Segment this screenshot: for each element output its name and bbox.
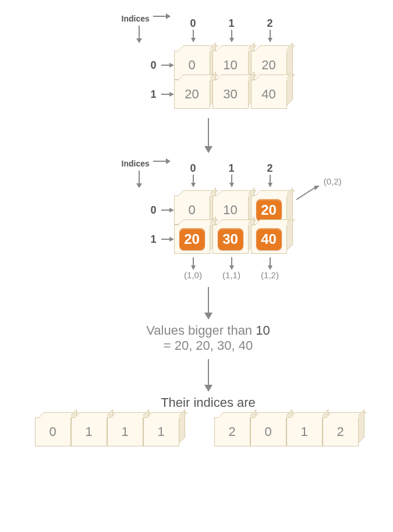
- row-index: 1: [150, 88, 161, 101]
- svg-marker-15: [204, 146, 213, 153]
- cell-value: 10: [223, 203, 237, 218]
- arrow-down-icon: [228, 257, 236, 270]
- cell-value: 2: [228, 424, 235, 439]
- result-cell: 0: [35, 417, 71, 446]
- result-arrays: 0 1 1 1 2 0 1 2: [35, 417, 359, 446]
- result-cell: 2: [323, 417, 359, 446]
- array-cell: 40: [251, 225, 287, 254]
- grid-1: 0 1 2 0 0 10 20 1 20 30 40: [128, 17, 289, 109]
- cell-value: 2: [337, 424, 344, 439]
- arrow-down-icon: [266, 257, 274, 270]
- arrow-right-icon: [161, 235, 174, 243]
- result-left: 0 1 1 1: [35, 417, 179, 446]
- cell-value-hl: 30: [222, 231, 238, 247]
- arrow-down-icon: [189, 257, 197, 270]
- arrow-right-icon: [153, 10, 171, 22]
- cell-value: 0: [49, 424, 56, 439]
- col-index: 1: [214, 162, 249, 175]
- footer-attribution: w3resource.com: [334, 457, 381, 458]
- diagram-container: Indices 0 1 2 0 0 10 20 1 20 30 40: [12, 12, 381, 446]
- result-cell: 1: [143, 417, 179, 446]
- arrow-down-icon: [266, 30, 274, 42]
- svg-marker-19: [136, 183, 142, 188]
- indices-label: Indices: [122, 14, 150, 23]
- svg-marker-21: [314, 186, 321, 190]
- result-cell: 1: [71, 417, 107, 446]
- indices-label: Indices: [122, 159, 150, 168]
- svg-marker-1: [166, 13, 171, 19]
- cell-value: 1: [300, 424, 307, 439]
- svg-marker-3: [136, 38, 142, 43]
- arrow-right-icon: [161, 61, 174, 69]
- svg-marker-13: [169, 92, 174, 97]
- result-right: 2 0 1 2: [214, 417, 359, 446]
- svg-marker-9: [268, 38, 272, 42]
- flow-arrow-icon: [203, 287, 214, 320]
- cell-value: 20: [261, 58, 275, 73]
- svg-marker-25: [229, 183, 234, 187]
- svg-marker-39: [204, 313, 213, 320]
- highlight-cell: 30: [218, 228, 243, 250]
- array-cell: 20: [174, 225, 210, 254]
- col-index: 1: [214, 17, 249, 30]
- highlight-cell: 20: [256, 199, 282, 221]
- svg-marker-33: [191, 265, 196, 270]
- svg-marker-17: [166, 158, 171, 164]
- col-index: 0: [176, 162, 211, 175]
- coord-arrow-icon: [296, 186, 322, 203]
- coord-label: (1,2): [261, 270, 279, 280]
- arrow-down-icon: [228, 30, 236, 42]
- cell-value: 10: [223, 58, 237, 73]
- result-cell: 2: [214, 417, 250, 446]
- array-cell: 40: [251, 80, 287, 109]
- svg-line-20: [296, 187, 316, 200]
- svg-marker-5: [191, 38, 196, 42]
- highlight-cell: 20: [179, 228, 205, 250]
- arrow-down-icon: [266, 175, 274, 187]
- col-index: 2: [253, 162, 288, 175]
- svg-marker-37: [268, 265, 272, 270]
- indices-text: Their indices are: [161, 395, 256, 410]
- row-index: 0: [150, 59, 161, 72]
- col-index: 2: [253, 17, 288, 30]
- cell-value-hl: 20: [261, 202, 277, 218]
- array-section-1: Indices 0 1 2 0 0 10 20 1 20 30 40: [128, 17, 289, 109]
- cell-value: 0: [188, 203, 195, 218]
- coord-label: (1,0): [184, 270, 202, 280]
- arrow-down-icon: [133, 171, 145, 188]
- flow-arrow-icon: [203, 118, 214, 153]
- cell-value: 40: [261, 87, 275, 102]
- cell-value: 1: [121, 424, 128, 439]
- cell-value: 0: [188, 58, 195, 73]
- cell-value: 30: [223, 87, 237, 102]
- arrow-right-icon: [161, 90, 174, 98]
- highlight-cell: 40: [256, 228, 282, 250]
- cell-value-hl: 20: [184, 231, 200, 247]
- coord-label: (1,1): [222, 270, 240, 280]
- cell-value: 1: [85, 424, 92, 439]
- arrow-down-icon: [189, 175, 197, 187]
- flow-arrow-icon: [203, 359, 214, 392]
- svg-marker-7: [229, 38, 234, 42]
- result-cell: 1: [286, 417, 323, 446]
- cell-value: 0: [264, 424, 271, 439]
- arrow-right-icon: [161, 206, 174, 214]
- row-index: 0: [150, 204, 161, 217]
- text-part: Values bigger than: [146, 323, 252, 338]
- svg-marker-27: [268, 183, 272, 187]
- result-cell: 0: [250, 417, 286, 446]
- array-cell: 20: [174, 80, 210, 109]
- cell-value: 20: [185, 87, 199, 102]
- arrow-down-icon: [189, 30, 197, 42]
- grid-2: 0 1 2 0 0 10 20 1 20 30 40: [128, 162, 289, 254]
- cell-value-hl: 40: [261, 231, 277, 247]
- row-index: 1: [150, 233, 161, 246]
- array-cell: 30: [213, 80, 249, 109]
- result-cell: 1: [107, 417, 143, 446]
- array-cell: 30: [213, 225, 249, 254]
- col-index: 0: [176, 17, 211, 30]
- svg-marker-29: [169, 208, 174, 212]
- svg-marker-41: [204, 385, 213, 392]
- text-value: 10: [256, 323, 270, 338]
- cell-value: 1: [157, 424, 164, 439]
